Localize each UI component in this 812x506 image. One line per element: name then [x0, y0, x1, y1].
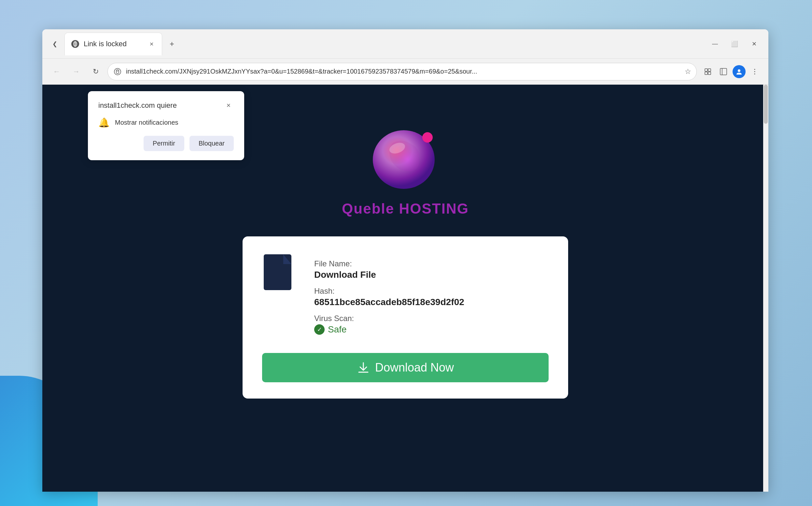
profile-avatar [733, 65, 745, 78]
svg-rect-7 [708, 72, 711, 75]
bookmark-icon[interactable]: ☆ [685, 67, 691, 76]
filename-value: Download File [314, 270, 549, 280]
download-icon [357, 361, 370, 374]
url-text: install1check.com/JXNjsy291OskMZJxnYYsax… [126, 68, 681, 75]
security-icon [113, 67, 122, 76]
notification-popup: install1check.com quiere × 🔔 Mostrar not… [88, 91, 244, 160]
block-button[interactable]: Bloquear [189, 136, 234, 151]
virusscan-label: Virus Scan: [314, 314, 549, 323]
svg-point-12 [754, 71, 755, 72]
title-bar: ❮ Link is locked ✕ + — ⬜ ✕ [42, 29, 769, 59]
minimize-button[interactable]: — [706, 35, 724, 53]
browser-window: ❮ Link is locked ✕ + — ⬜ ✕ [42, 29, 769, 492]
notification-body: 🔔 Mostrar notificaciones [98, 117, 234, 128]
file-icon [262, 253, 301, 296]
allow-button[interactable]: Permitir [144, 136, 184, 151]
download-now-button[interactable]: Download Now [262, 353, 549, 382]
virusscan-value: Safe [328, 324, 347, 335]
forward-button[interactable]: → [68, 64, 84, 79]
svg-rect-8 [720, 68, 727, 75]
svg-point-11 [754, 69, 755, 70]
svg-rect-4 [705, 69, 708, 71]
active-tab[interactable]: Link is locked ✕ [65, 32, 162, 55]
filename-section: File Name: Download File [314, 259, 549, 280]
svg-point-16 [422, 132, 433, 143]
hash-label: Hash: [314, 286, 549, 296]
bell-icon: 🔔 [98, 117, 110, 128]
address-bar-input[interactable]: install1check.com/JXNjsy291OskMZJxnYYsax… [107, 63, 697, 80]
notification-close-button[interactable]: × [223, 100, 234, 111]
new-tab-button[interactable]: + [165, 37, 179, 51]
file-card-top: File Name: Download File Hash: 68511bce8… [262, 253, 549, 335]
svg-point-10 [738, 69, 740, 72]
tab-title: Link is locked [84, 40, 143, 48]
logo-area: Queble HOSTING [342, 117, 469, 217]
back-button[interactable]: ← [49, 64, 65, 79]
address-bar: ← → ↻ install1check.com/JXNjsy291OskMZJx… [42, 59, 769, 85]
svg-point-13 [754, 73, 755, 74]
tab-strip: Link is locked ✕ + [65, 32, 706, 55]
menu-icon[interactable] [747, 65, 762, 79]
page-content: install1check.com quiere × 🔔 Mostrar not… [42, 85, 769, 492]
extensions-icon[interactable] [701, 65, 715, 79]
tab-list-arrow[interactable]: ❮ [48, 37, 62, 51]
toolbar-icons [701, 65, 762, 79]
tab-favicon [71, 39, 80, 49]
sidebar-toggle-icon[interactable] [716, 65, 731, 79]
reload-button[interactable]: ↻ [88, 64, 103, 79]
file-details: File Name: Download File Hash: 68511bce8… [314, 253, 549, 335]
logo-sphere [366, 117, 444, 195]
logo-title: Queble HOSTING [342, 200, 469, 217]
safe-check-icon: ✓ [314, 324, 325, 335]
notification-buttons: Permitir Bloquear [98, 136, 234, 151]
download-btn-label: Download Now [375, 361, 454, 374]
profile-icon[interactable] [732, 65, 746, 79]
tab-close-button[interactable]: ✕ [147, 39, 156, 49]
notification-body-text: Mostrar notificaciones [115, 119, 178, 126]
notification-header: install1check.com quiere × [98, 100, 234, 111]
filename-label: File Name: [314, 259, 549, 268]
file-card: File Name: Download File Hash: 68511bce8… [243, 236, 568, 399]
close-button[interactable]: ✕ [745, 35, 763, 53]
window-controls: — ⬜ ✕ [706, 35, 763, 53]
scrollbar-thumb[interactable] [764, 85, 768, 124]
svg-point-2 [114, 68, 121, 75]
maximize-button[interactable]: ⬜ [725, 35, 744, 53]
hash-section: Hash: 68511bce85accadeb85f18e39d2f02 [314, 286, 549, 307]
svg-rect-5 [708, 69, 711, 71]
notification-title: install1check.com quiere [98, 101, 177, 110]
svg-rect-6 [705, 72, 708, 75]
virusscan-badge: ✓ Safe [314, 324, 549, 335]
virusscan-section: Virus Scan: ✓ Safe [314, 314, 549, 335]
scrollbar[interactable] [763, 85, 769, 492]
hash-value: 68511bce85accadeb85f18e39d2f02 [314, 297, 549, 307]
